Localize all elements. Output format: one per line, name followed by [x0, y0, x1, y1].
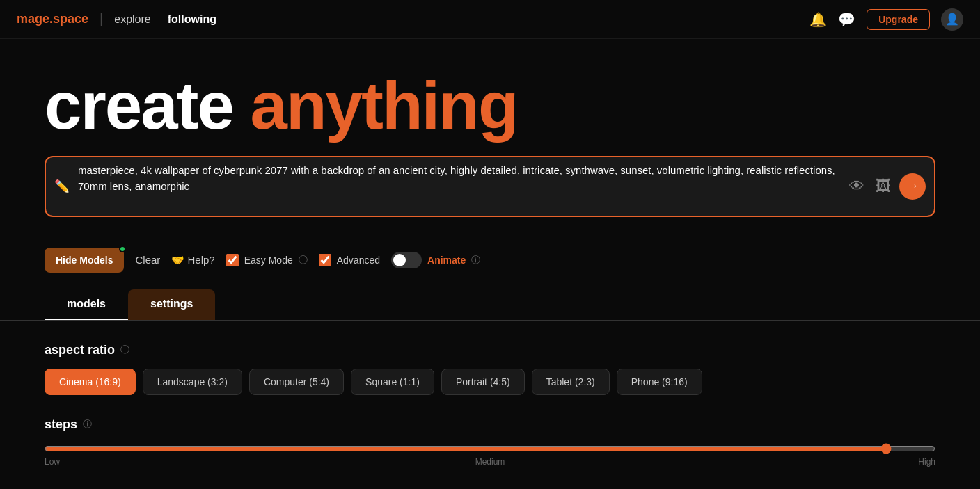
- bell-icon[interactable]: 🔔: [809, 11, 827, 28]
- ar-landscape[interactable]: Landscape (3:2): [143, 369, 242, 395]
- hero-section: create anything ✏️ 👁 🖼 →: [0, 39, 980, 248]
- tab-models[interactable]: models: [45, 289, 128, 320]
- aspect-ratio-header: aspect ratio ⓘ: [45, 343, 935, 358]
- ar-computer[interactable]: Computer (5:4): [249, 369, 344, 395]
- animate-label: Animate: [427, 255, 466, 266]
- discord-icon[interactable]: 💬: [838, 11, 855, 28]
- header-divider: |: [100, 11, 103, 27]
- aspect-ratio-buttons: Cinema (16:9) Landscape (3:2) Computer (…: [45, 369, 935, 395]
- prompt-input[interactable]: [78, 163, 846, 210]
- user-icon: 👤: [945, 13, 959, 26]
- animate-slider: [391, 252, 422, 268]
- prompt-container: ✏️ 👁 🖼 →: [45, 156, 935, 217]
- easy-mode-info-icon: ⓘ: [299, 254, 308, 266]
- ar-portrait[interactable]: Portrait (4:5): [441, 369, 525, 395]
- toolbar: Hide Models Clear 🤝 Help? Easy Mode ⓘ Ad…: [0, 248, 980, 273]
- aspect-ratio-title: aspect ratio: [45, 343, 115, 358]
- advanced-label: Advanced: [337, 255, 380, 266]
- animate-info-icon: ⓘ: [471, 254, 480, 266]
- status-dot: [119, 246, 126, 252]
- ar-cinema[interactable]: Cinema (16:9): [45, 369, 136, 395]
- avatar[interactable]: 👤: [941, 8, 963, 31]
- steps-title: steps: [45, 417, 77, 432]
- steps-section: steps ⓘ Low Medium High: [45, 417, 935, 468]
- ar-tablet[interactable]: Tablet (2:3): [532, 369, 610, 395]
- help-button[interactable]: 🤝 Help?: [171, 254, 214, 266]
- header-nav: explore following: [114, 13, 216, 26]
- clear-button[interactable]: Clear: [135, 254, 160, 266]
- logo[interactable]: mage.space: [17, 12, 88, 26]
- steps-slider[interactable]: [45, 443, 935, 454]
- steps-label-low: Low: [45, 457, 60, 467]
- hero-title-orange: anything: [251, 68, 518, 143]
- nav-following[interactable]: following: [168, 13, 216, 26]
- tabs-container: models settings: [0, 289, 980, 321]
- steps-slider-wrap: Low Medium High: [45, 443, 935, 468]
- easy-mode-checkbox[interactable]: [226, 254, 239, 266]
- steps-label-medium: Medium: [475, 457, 505, 467]
- pen-icon: ✏️: [54, 179, 70, 194]
- prompt-actions: 👁 🖼 →: [846, 173, 926, 200]
- ar-square[interactable]: Square (1:1): [351, 369, 434, 395]
- header: mage.space | explore following 🔔 💬 Upgra…: [0, 0, 980, 39]
- nav-explore[interactable]: explore: [114, 13, 150, 26]
- header-right: 🔔 💬 Upgrade 👤: [809, 8, 963, 31]
- animate-option: Animate ⓘ: [391, 252, 480, 268]
- ar-phone[interactable]: Phone (9:16): [617, 369, 702, 395]
- aspect-ratio-info-icon: ⓘ: [120, 344, 129, 356]
- image-button[interactable]: 🖼: [873, 175, 894, 198]
- easy-mode-label: Easy Mode: [244, 255, 293, 266]
- settings-content: aspect ratio ⓘ Cinema (16:9) Landscape (…: [0, 321, 980, 490]
- generate-button[interactable]: →: [899, 173, 926, 200]
- easy-mode-option: Easy Mode ⓘ: [226, 254, 308, 266]
- eye-button[interactable]: 👁: [846, 175, 867, 198]
- upgrade-button[interactable]: Upgrade: [867, 9, 930, 30]
- steps-header: steps ⓘ: [45, 417, 935, 432]
- advanced-option: Advanced: [319, 254, 380, 266]
- hide-models-button[interactable]: Hide Models: [45, 248, 124, 273]
- hero-title: create anything: [45, 72, 935, 139]
- steps-label-high: High: [918, 457, 935, 467]
- steps-info-icon: ⓘ: [83, 418, 92, 431]
- animate-toggle[interactable]: [391, 252, 422, 268]
- tab-settings[interactable]: settings: [128, 289, 215, 320]
- hide-models-label: Hide Models: [56, 255, 113, 266]
- hero-title-white: create: [45, 68, 233, 143]
- advanced-checkbox[interactable]: [319, 254, 331, 266]
